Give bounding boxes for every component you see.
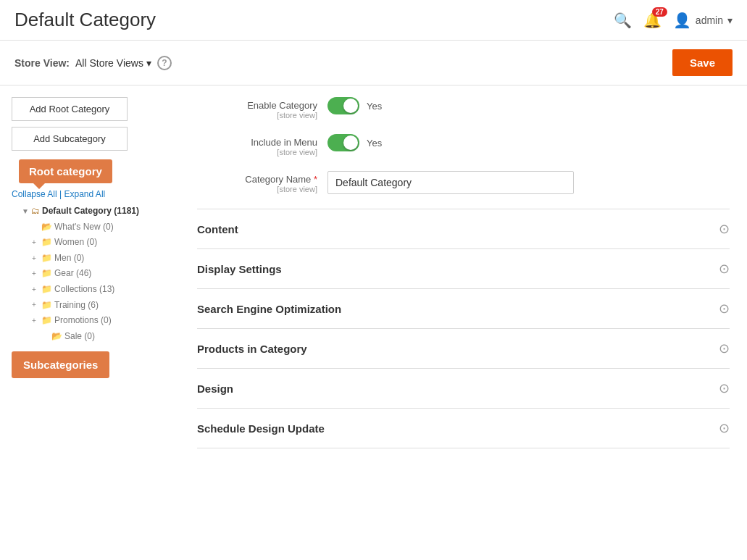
store-view-selected: All Store Views [75,57,143,69]
tree-label-gear: Gear (46) [54,266,91,282]
header-actions: 🔍 🔔 27 👤 admin ▾ [614,12,733,29]
tree-item-promotions[interactable]: + 📁 Promotions (0) 📂 Sale (0) [32,313,162,344]
tree-label-sale: Sale (0) [64,329,95,345]
question-mark: ? [162,58,167,68]
user-avatar-icon: 👤 [673,12,691,29]
chevron-down-icon: ⊙ [719,340,730,356]
folder-icon: 📁 [41,313,52,329]
add-subcategory-button[interactable]: Add Subcategory [12,127,128,151]
accordion-header-display-settings[interactable]: Display Settings ⊙ [197,249,730,288]
enable-category-field: Enable Category [store view] Yes [197,97,730,120]
main-content: Add Root Category Add Subcategory Root c… [0,85,747,460]
tree-item-collections[interactable]: + 📁 Collections (13) [32,282,162,298]
toggle-track [327,97,359,114]
include-menu-value: Yes [367,138,382,149]
tree-item-women[interactable]: + 📁 Women (0) [32,235,162,251]
notification-badge: 27 [652,7,667,17]
tree-item-training[interactable]: + 📁 Training (6) [32,298,162,314]
user-menu[interactable]: 👤 admin ▾ [673,12,733,29]
tree-label-women: Women (0) [54,235,97,251]
chevron-down-icon: ▾ [146,57,151,69]
tree-label-training: Training (6) [54,298,99,314]
category-name-input[interactable] [327,171,574,194]
tree-label-collections: Collections (13) [54,282,114,298]
accordion-title-design: Design [197,383,233,395]
tree-item-default-category[interactable]: ▼ 🗂 Default Category (1181) 📂 What's New… [22,204,162,344]
store-view-bar: Store View: All Store Views ▾ ? Save [0,41,747,85]
save-button[interactable]: Save [672,49,733,76]
chevron-down-icon: ⊙ [719,221,730,237]
folder-icon: 📂 [51,329,62,345]
tree-label-promotions: Promotions (0) [54,313,112,329]
notification-button[interactable]: 🔔 27 [643,12,662,29]
accordion-title-content: Content [197,223,238,235]
toggle-thumb [343,135,358,150]
search-button[interactable]: 🔍 [614,12,632,29]
include-menu-sublabel: [store view] [197,148,317,156]
accordion-header-schedule[interactable]: Schedule Design Update ⊙ [197,409,730,448]
accordion-header-products[interactable]: Products in Category ⊙ [197,329,730,368]
sidebar: Add Root Category Add Subcategory Root c… [0,97,174,448]
root-category-callout-wrapper: Root category [12,159,162,183]
include-menu-control: Yes [327,134,382,151]
include-menu-toggle[interactable] [327,134,359,151]
tree-item-men[interactable]: + 📁 Men (0) [32,251,162,267]
collapse-all-link[interactable]: Collapse All [12,189,57,199]
category-name-control [327,171,574,194]
accordion-title-seo: Search Engine Optimization [197,303,341,315]
tree-label-default-category: Default Category (1181) [42,204,139,220]
accordion-header-seo[interactable]: Search Engine Optimization ⊙ [197,289,730,328]
enable-category-value: Yes [367,101,382,112]
enable-category-sublabel: [store view] [197,111,317,120]
folder-icon: 📁 [41,251,52,267]
include-menu-field: Include in Menu [store view] Yes [197,134,730,156]
search-icon: 🔍 [614,12,632,28]
subcategories-callout[interactable]: Subcategories [12,351,109,378]
accordion-title-display-settings: Display Settings [197,263,282,275]
folder-icon: 📂 [41,220,52,235]
accordion-title-schedule: Schedule Design Update [197,422,325,435]
folder-icon: 📁 [41,235,52,251]
tree-item-gear[interactable]: + 📁 Gear (46) [32,266,162,282]
tree-label-men: Men (0) [54,251,84,267]
chevron-down-icon: ⊙ [719,301,730,317]
help-icon[interactable]: ? [157,56,172,70]
expand-all-link[interactable]: Expand All [64,189,106,199]
folder-icon: 🗂 [31,204,40,220]
accordion-item-display-settings: Display Settings ⊙ [197,249,730,289]
chevron-down-icon: ⊙ [719,261,730,277]
enable-category-toggle[interactable] [327,97,359,114]
tree-toggle: ▼ [22,205,29,218]
accordion: Content ⊙ Display Settings ⊙ Search Engi… [197,209,730,448]
store-view-select[interactable]: All Store Views ▾ [75,57,151,69]
root-category-callout: Root category [19,159,112,183]
collapse-expand-controls: Collapse All | Expand All [12,189,162,199]
page-title: Default Category [14,9,156,31]
accordion-item-content: Content ⊙ [197,209,730,249]
add-root-category-button[interactable]: Add Root Category [12,97,128,121]
chevron-down-icon: ▾ [727,14,733,26]
category-name-label: Category Name [store view] [197,171,327,193]
tree-item-sale[interactable]: 📂 Sale (0) [42,329,162,345]
store-view-label: Store View: [14,57,70,69]
accordion-header-content[interactable]: Content ⊙ [197,209,730,248]
accordion-title-products: Products in Category [197,343,307,355]
accordion-item-design: Design ⊙ [197,369,730,409]
accordion-item-schedule: Schedule Design Update ⊙ [197,409,730,448]
header: Default Category 🔍 🔔 27 👤 admin ▾ [0,0,747,41]
category-tree: ▼ 🗂 Default Category (1181) 📂 What's New… [12,204,162,344]
tree-item-whats-new[interactable]: 📂 What's New (0) [32,220,162,235]
accordion-header-design[interactable]: Design ⊙ [197,369,730,408]
toggle-thumb [343,99,358,113]
category-name-sublabel: [store view] [197,185,317,193]
enable-category-control: Yes [327,97,382,114]
chevron-down-icon: ⊙ [719,380,730,396]
folder-icon: 📁 [41,266,52,282]
toggle-track [327,134,359,151]
store-view-left: Store View: All Store Views ▾ ? [14,56,172,70]
right-panel: Enable Category [store view] Yes Include… [174,97,747,448]
category-name-field: Category Name [store view] [197,171,730,194]
folder-icon: 📁 [41,298,52,314]
accordion-item-seo: Search Engine Optimization ⊙ [197,289,730,329]
include-menu-label: Include in Menu [store view] [197,134,327,156]
